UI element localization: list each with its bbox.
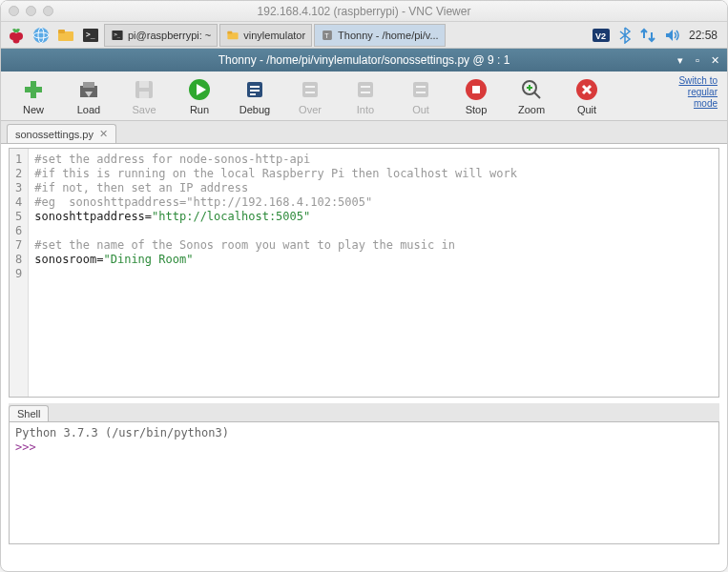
svg-rect-19 xyxy=(25,87,42,92)
svg-rect-27 xyxy=(250,86,260,88)
thonny-title-text: Thonny - /home/pi/vinylemulator/sonosset… xyxy=(218,53,510,67)
step-into-button[interactable]: Into xyxy=(346,77,385,115)
svg-rect-21 xyxy=(83,82,94,88)
save-button[interactable]: Save xyxy=(125,77,163,115)
svg-rect-30 xyxy=(302,82,318,97)
shell-tabstrip: Shell xyxy=(9,403,719,422)
step-out-icon xyxy=(408,77,433,102)
editor-tab[interactable]: sonossettings.py ✕ xyxy=(7,124,116,143)
svg-point-3 xyxy=(33,28,49,43)
svg-line-42 xyxy=(534,92,540,98)
zoom-icon xyxy=(519,77,544,102)
pi-taskbar: >_ >_ pi@raspberrypi: ~ vinylemulator T … xyxy=(1,22,727,49)
stop-button[interactable]: Stop xyxy=(457,77,495,115)
svg-rect-33 xyxy=(358,82,373,97)
svg-rect-23 xyxy=(139,81,149,88)
thonny-titlebar: Thonny - /home/pi/vinylemulator/sonosset… xyxy=(1,49,727,72)
quit-icon xyxy=(574,77,599,102)
terminal-icon[interactable]: >_ xyxy=(79,24,102,47)
svg-rect-32 xyxy=(305,92,315,93)
load-button[interactable]: Load xyxy=(70,77,108,115)
svg-rect-38 xyxy=(416,92,426,93)
svg-rect-35 xyxy=(361,92,370,93)
svg-rect-29 xyxy=(250,93,256,95)
vnc-viewer-window: 192.168.4.102 (raspberrypi) - VNC Viewer… xyxy=(0,0,728,572)
svg-rect-7 xyxy=(58,30,65,33)
globe-icon[interactable] xyxy=(30,24,52,47)
open-icon xyxy=(76,77,101,102)
line-number-gutter: 1 2 3 4 5 6 7 8 9 xyxy=(10,149,29,397)
play-icon xyxy=(187,77,212,102)
volume-icon[interactable] xyxy=(664,27,681,44)
run-button[interactable]: Run xyxy=(180,77,218,115)
task-label: Thonny - /home/pi/v... xyxy=(338,30,439,41)
svg-rect-31 xyxy=(305,86,315,88)
mac-titlebar: 192.168.4.102 (raspberrypi) - VNC Viewer xyxy=(1,1,727,22)
svg-point-2 xyxy=(13,36,20,43)
thonny-toolbar: New Load Save Run Debug Over Into Out xyxy=(1,72,727,121)
thonny-maximize-button[interactable]: ▫ xyxy=(691,53,704,67)
task-thonny[interactable]: T Thonny - /home/pi/v... xyxy=(314,24,446,47)
thonny-minimize-button[interactable]: ▾ xyxy=(674,53,687,67)
network-icon[interactable] xyxy=(639,27,656,44)
svg-rect-36 xyxy=(413,82,428,97)
debug-icon xyxy=(242,77,267,102)
thonny-close-button[interactable]: ✕ xyxy=(708,53,721,67)
editor-tabstrip: sonossettings.py ✕ xyxy=(1,121,727,144)
shell-panel: Shell Python 3.7.3 (/usr/bin/python3) >>… xyxy=(9,403,719,544)
step-over-icon xyxy=(298,77,322,102)
task-label: vinylemulator xyxy=(243,30,305,41)
vnc-tray-icon[interactable]: V2 xyxy=(592,26,611,45)
shell-tab[interactable]: Shell xyxy=(9,405,49,421)
task-terminal[interactable]: >_ pi@raspberrypi: ~ xyxy=(104,24,218,47)
step-into-icon xyxy=(353,77,378,102)
shell-prompt: >>> xyxy=(15,440,36,454)
shell-version-line: Python 3.7.3 (/usr/bin/python3) xyxy=(15,426,713,440)
close-tab-icon[interactable]: ✕ xyxy=(99,128,108,140)
svg-text:V2: V2 xyxy=(595,31,606,41)
system-tray: V2 22:58 xyxy=(592,26,723,45)
svg-text:T: T xyxy=(324,31,329,38)
task-label: pi@raspberrypi: ~ xyxy=(128,30,211,41)
debug-button[interactable]: Debug xyxy=(236,77,274,115)
svg-text:>_: >_ xyxy=(86,31,95,39)
svg-rect-13 xyxy=(228,31,233,33)
svg-rect-34 xyxy=(361,86,370,88)
step-out-button[interactable]: Out xyxy=(402,77,440,115)
code-area[interactable]: #set the address for node-sonos-http-api… xyxy=(29,149,523,397)
clock[interactable]: 22:58 xyxy=(689,29,718,42)
step-over-button[interactable]: Over xyxy=(291,77,329,115)
zoom-button[interactable]: Zoom xyxy=(512,77,551,115)
mac-window-title: 192.168.4.102 (raspberrypi) - VNC Viewer xyxy=(1,5,727,18)
svg-rect-24 xyxy=(139,92,149,98)
raspberry-menu-icon[interactable] xyxy=(5,24,28,47)
stop-icon xyxy=(464,77,489,102)
bluetooth-icon[interactable] xyxy=(618,27,632,44)
svg-rect-37 xyxy=(416,86,426,88)
svg-rect-40 xyxy=(472,86,480,93)
new-button[interactable]: New xyxy=(14,77,52,115)
editor-tab-label: sonossettings.py xyxy=(15,129,94,140)
code-editor[interactable]: 1 2 3 4 5 6 7 8 9 #set the address for n… xyxy=(9,148,719,398)
plus-icon xyxy=(21,77,46,102)
quit-button[interactable]: Quit xyxy=(568,77,606,115)
shell-output[interactable]: Python 3.7.3 (/usr/bin/python3) >>> xyxy=(9,422,719,544)
file-manager-icon[interactable] xyxy=(54,24,77,47)
svg-rect-28 xyxy=(250,90,260,92)
switch-mode-link[interactable]: Switch toregularmode xyxy=(678,75,718,110)
task-file-manager[interactable]: vinylemulator xyxy=(219,24,312,47)
svg-text:>_: >_ xyxy=(114,31,121,38)
save-icon xyxy=(132,77,156,102)
